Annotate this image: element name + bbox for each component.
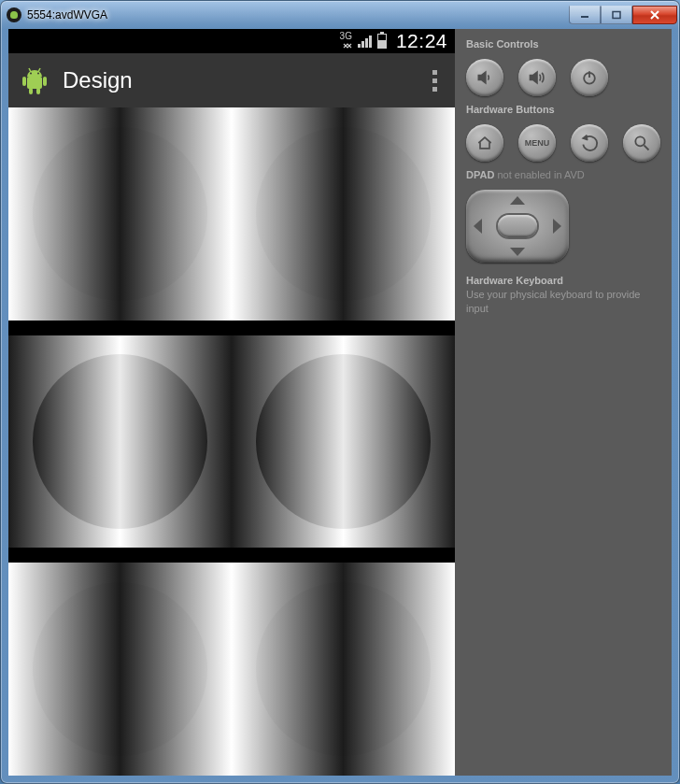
overflow-menu-button[interactable] (423, 66, 446, 95)
svg-line-7 (29, 68, 31, 72)
battery-icon (377, 34, 387, 49)
gradient-circle-icon (256, 354, 430, 528)
menu-button-label: MENU (525, 138, 550, 148)
svg-rect-4 (43, 77, 47, 86)
svg-rect-3 (22, 77, 26, 86)
gradient-cell (8, 563, 232, 776)
dpad-left-icon (474, 219, 482, 234)
dpad-control (466, 190, 569, 263)
client-area: 3G 12:24 (8, 29, 672, 776)
volume-up-button[interactable] (518, 59, 556, 96)
gradient-cell (8, 335, 232, 549)
android-app-glyph-icon (7, 7, 21, 22)
window-title: 5554:avdWVGA (27, 8, 107, 21)
basic-controls-heading: Basic Controls (466, 38, 660, 50)
gradient-cell (232, 563, 455, 776)
android-status-bar[interactable]: 3G 12:24 (8, 29, 455, 53)
app-launcher-icon[interactable] (18, 64, 51, 97)
hardware-buttons-heading: Hardware Buttons (466, 104, 660, 115)
hardware-keyboard-note: Hardware Keyboard Use your physical keyb… (466, 274, 660, 316)
window-minimize-button[interactable] (569, 6, 601, 24)
svg-point-9 (30, 73, 32, 75)
power-button[interactable] (571, 59, 608, 96)
status-clock: 12:24 (396, 30, 447, 52)
gradient-circle-icon (33, 354, 206, 528)
svg-point-10 (37, 73, 39, 75)
search-button[interactable] (623, 124, 660, 162)
network-type-icon: 3G (340, 32, 352, 50)
dpad-status-label: DPAD not enabled in AVD (466, 169, 660, 180)
back-button[interactable] (571, 124, 608, 162)
signal-strength-icon (358, 35, 372, 48)
window-close-button[interactable] (632, 6, 677, 24)
dpad-up-icon (510, 196, 525, 205)
overflow-dot-icon (432, 78, 437, 83)
hardware-keyboard-title: Hardware Keyboard (466, 274, 660, 288)
gradient-circle-icon (256, 582, 430, 756)
gradient-circle-icon (33, 582, 206, 756)
svg-rect-2 (27, 77, 42, 89)
gradient-row (8, 563, 455, 776)
dpad-center-button (498, 215, 537, 237)
gradient-row (8, 335, 455, 549)
window-titlebar[interactable]: 5554:avdWVGA (1, 1, 679, 29)
svg-rect-1 (613, 12, 620, 19)
gradient-cell (232, 107, 455, 321)
window-maximize-button[interactable] (601, 6, 632, 24)
action-bar: Design (8, 53, 455, 107)
gradient-circle-icon (256, 127, 430, 301)
gradient-row (8, 107, 455, 321)
emulator-window: 5554:avdWVGA 3G (0, 0, 680, 784)
hardware-keyboard-hint: Use your physical keyboard to provide in… (466, 289, 640, 314)
dpad-right-icon (553, 219, 561, 234)
page-title: Design (63, 67, 133, 93)
overflow-dot-icon (432, 70, 437, 75)
home-button[interactable] (466, 124, 503, 162)
svg-point-13 (635, 136, 645, 146)
gradient-cell (8, 107, 232, 321)
dpad-down-icon (510, 248, 525, 256)
gradient-circle-icon (33, 127, 206, 301)
svg-rect-5 (29, 88, 33, 94)
svg-line-8 (38, 68, 40, 72)
svg-rect-6 (36, 88, 40, 94)
device-screen: 3G 12:24 (8, 29, 455, 776)
svg-line-14 (645, 146, 649, 150)
gradient-cell (232, 335, 455, 549)
menu-button[interactable]: MENU (518, 124, 556, 162)
app-content (8, 107, 455, 776)
emulator-control-panel: Basic Controls (455, 29, 672, 776)
overflow-dot-icon (432, 87, 437, 92)
volume-down-button[interactable] (466, 59, 503, 96)
